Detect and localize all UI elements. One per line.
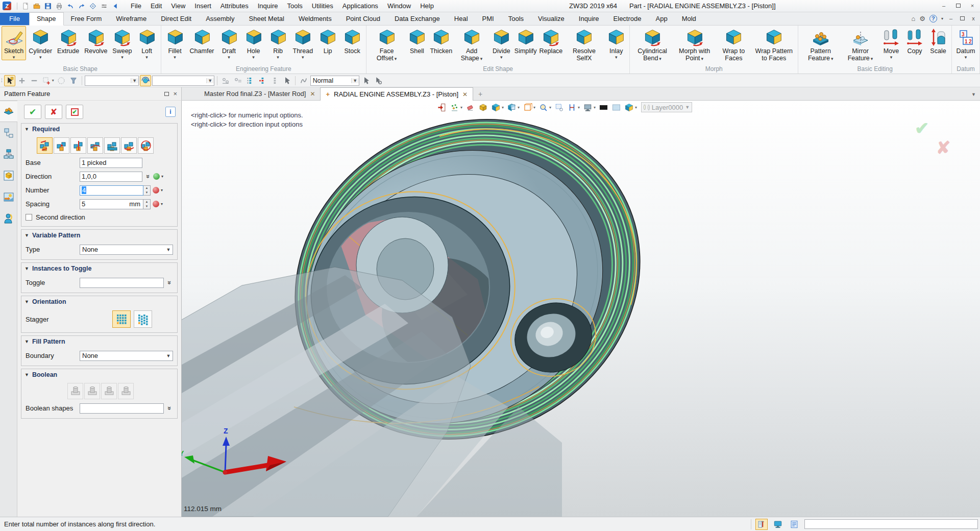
selection-filter-combobox[interactable]: ▼ [85,76,139,86]
draft-button[interactable]: Draft▾ [217,26,241,60]
spacing-var-icon[interactable] [153,201,159,207]
expand-chevron-icon[interactable]: » [144,173,152,180]
sweep-button[interactable]: Sweep▾ [110,26,134,60]
restore-button[interactable] [952,1,964,10]
lip-button[interactable]: Lip [315,26,340,55]
save-icon[interactable] [43,1,53,11]
auto-rotate-icon[interactable] [140,75,151,86]
home-icon[interactable]: ⌂ [911,15,915,22]
cancel-button[interactable]: ✘ [45,105,62,119]
dropdown-caret-icon[interactable]: ▾ [228,55,230,60]
second-direction-checkbox[interactable] [26,214,32,221]
boolean-shapes-field[interactable] [80,403,164,414]
ribbon-tab-point-cloud[interactable]: Point Cloud [339,13,387,25]
dropdown-caret-icon[interactable]: ▾ [302,55,304,60]
thread-button[interactable]: Thread▾ [290,26,316,60]
base-field[interactable]: 1 picked [80,158,142,168]
wrap-to-faces-button[interactable]: Wrap to Faces [716,26,751,62]
constraint-icon[interactable] [566,102,577,113]
move-button[interactable]: Move▾ [879,26,903,60]
divide-button[interactable]: Divide▾ [489,26,513,60]
options-icon[interactable] [99,1,109,11]
dropdown-caret-icon[interactable]: ▾ [594,105,596,110]
dropdown-caret-icon[interactable]: ▾ [578,105,580,110]
linear-pattern-button[interactable] [37,137,53,154]
snap-point-icon[interactable] [449,102,460,113]
wireframe-box-icon[interactable] [522,102,533,113]
dropdown-caret-icon[interactable]: ▾ [502,105,504,110]
menu-window[interactable]: Window [383,1,415,11]
background-black-swatch[interactable] [598,102,609,113]
ribbon-tab-free-form[interactable]: Free Form [64,13,109,25]
floating-ok-icon[interactable]: ✔ [915,118,929,138]
ribbon-tab-mold[interactable]: Mold [675,13,703,25]
mode-combobox[interactable]: Normal▼ [310,76,359,86]
dropdown-caret-icon[interactable]: ▾ [252,55,255,60]
exit-viewport-icon[interactable] [436,102,447,113]
dropdown-caret-icon[interactable]: ▾ [635,105,637,110]
zoom-circle-icon[interactable] [537,102,549,113]
add-entity-icon[interactable] [16,75,28,86]
align-pair-alt-icon[interactable] [232,75,243,86]
zoom-window-icon[interactable] [553,102,565,113]
at-curves-pattern-button[interactable] [87,137,103,154]
ribbon-tab-app[interactable]: App [649,13,675,25]
loft-button[interactable]: Loft▾ [135,26,159,60]
rib-button[interactable]: Rib▾ [266,26,290,60]
inlay-button[interactable]: Inlay▾ [604,26,628,60]
align-pair-icon[interactable] [220,75,231,86]
floating-cancel-icon[interactable]: ✘ [936,137,951,158]
spacing-field[interactable]: 5 mm [80,199,143,209]
number-spinner[interactable]: ▲▼ [143,185,151,196]
fillet-button[interactable]: Fillet▾ [163,26,187,60]
add-shape-button[interactable]: Add Shape▾ [454,26,490,63]
person-tab[interactable] [0,208,17,229]
direction-caret-icon[interactable]: ▾ [161,174,163,179]
dropdown-caret-icon[interactable]: ▾ [500,55,503,60]
monitor-icon[interactable] [772,519,784,530]
simplify-button[interactable]: Simplify [513,26,538,55]
remove-entity-icon[interactable] [29,75,40,86]
hole-button[interactable]: Hole▾ [241,26,266,60]
at-face-pattern-button[interactable] [104,137,120,154]
display-mode-icon[interactable] [582,102,593,113]
stagger-aligned-button[interactable] [112,310,131,328]
stagger-offset-button[interactable] [134,310,152,328]
dropdown-caret-icon[interactable]: ▾ [615,55,618,60]
column-filter-icon[interactable] [68,75,79,86]
menu-attributes[interactable]: Attributes [216,1,253,11]
panel-close-icon[interactable]: × [173,90,177,98]
ribbon-tab-visualize[interactable]: Visualize [531,13,572,25]
pattern-feature-button[interactable]: Pattern Feature▾ [800,26,841,63]
view-cube-icon[interactable] [490,102,501,113]
dropdown-caret-icon[interactable]: ▾ [277,55,279,60]
boolean-intersect-button[interactable] [118,383,134,399]
dropdown-caret-icon[interactable]: ▾ [549,105,551,110]
tab-list-caret-icon[interactable]: ▼ [971,92,976,97]
dropdown-caret-icon[interactable]: ▾ [518,105,520,110]
ribbon-tab-assembly[interactable]: Assembly [199,13,241,25]
chamfer-button[interactable]: Chamfer [187,26,217,55]
face-offset-button[interactable]: Face Offset▾ [368,26,405,63]
menu-insert[interactable]: Insert [190,1,216,11]
dropdown-caret-icon[interactable]: ▾ [13,55,15,60]
extrude-button[interactable]: Extrude [55,26,82,55]
doc-minimize-button[interactable]: – [947,14,954,23]
open-file-icon[interactable] [32,1,42,11]
pick-cursor-icon[interactable] [281,75,292,86]
pattern-panel-tab[interactable] [0,101,17,122]
shaded-cube-icon[interactable] [623,102,634,113]
boolean-add-button[interactable] [84,383,100,399]
background-blue-swatch[interactable] [610,102,622,113]
document-tab-radial-engine-assembly[interactable]: +RADIAL ENGINE ASSEMBLY.Z3 - [Piston]✕ [320,87,473,101]
redo-icon[interactable] [77,1,87,11]
ribbon-tab-wireframe[interactable]: Wireframe [109,13,154,25]
boolean-none-button[interactable] [67,383,83,399]
ribbon-tab-heal[interactable]: Heal [447,13,475,25]
menu-utilities[interactable]: Utilities [307,1,338,11]
direction-field[interactable]: 1,0,0 [80,172,142,182]
collapse-icon[interactable]: ▼ [24,127,29,132]
resolve-selfx-button[interactable]: Resolve SelfX [564,26,605,62]
number-var-icon[interactable] [153,187,159,194]
doc-restore-button[interactable] [959,14,966,23]
